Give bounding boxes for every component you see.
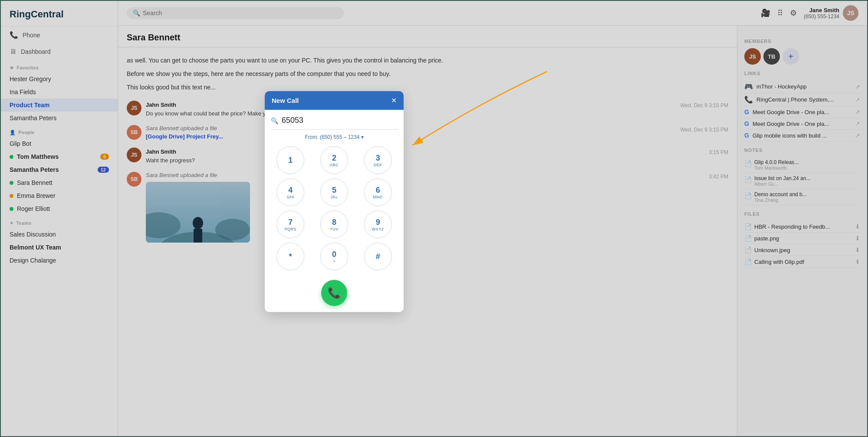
annotation-arrow (0, 0, 868, 437)
key-0[interactable]: 0+ (320, 243, 348, 270)
call-button[interactable]: 📞 (321, 280, 347, 306)
dialog-header: New Call ✕ (265, 91, 404, 110)
key-3[interactable]: 3DEF (364, 146, 392, 174)
new-call-dialog: New Call ✕ 🔍 From: (650) 555 – 1234 ▾ 12… (265, 91, 404, 312)
dial-input-row: 🔍 (271, 116, 398, 130)
key-1[interactable]: 1 (276, 146, 304, 174)
key-#[interactable]: # (364, 243, 392, 270)
key-7[interactable]: 7PQRS (276, 210, 304, 238)
key-6[interactable]: 6MNO (364, 178, 392, 206)
dialog-close-button[interactable]: ✕ (391, 96, 397, 105)
key-2[interactable]: 2ABC (320, 146, 348, 174)
dial-search-icon: 🔍 (271, 117, 278, 124)
key-5[interactable]: 5JKL (320, 178, 348, 206)
dialog-body: 🔍 From: (650) 555 – 1234 ▾ 12ABC3DEF4GHI… (265, 110, 404, 312)
keypad: 12ABC3DEF4GHI5JKL6MNO7PQRS8TUV9WXYZ*0+# (271, 146, 398, 270)
call-button-row: 📞 (271, 277, 398, 306)
key-*[interactable]: * (276, 243, 304, 270)
key-9[interactable]: 9WXYZ (364, 210, 392, 238)
key-8[interactable]: 8TUV (320, 210, 348, 238)
key-4[interactable]: 4GHI (276, 178, 304, 206)
dialog-overlay[interactable]: New Call ✕ 🔍 From: (650) 555 – 1234 ▾ 12… (0, 0, 868, 437)
dialog-title: New Call (272, 97, 299, 104)
dial-from: From: (650) 555 – 1234 ▾ (271, 134, 398, 140)
dial-input[interactable] (282, 116, 398, 125)
